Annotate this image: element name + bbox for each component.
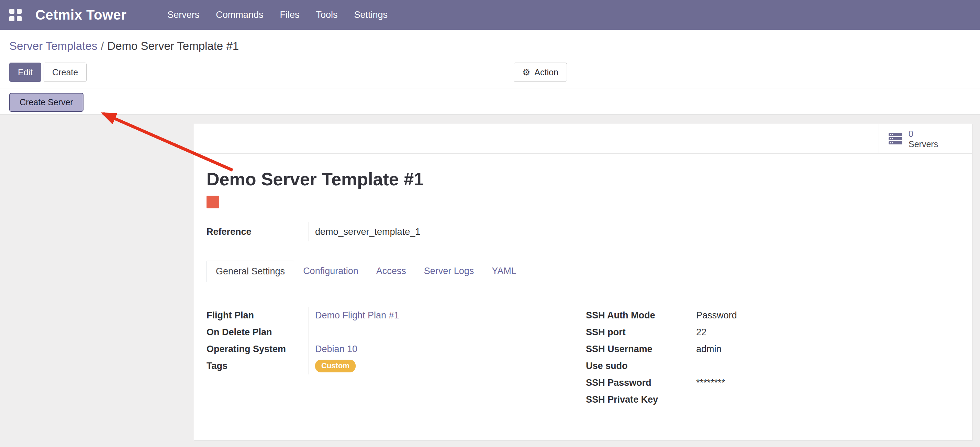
field-label: Flight Plan — [207, 307, 309, 324]
general-settings-form: Flight Plan On Delete Plan Operating Sys… — [207, 307, 972, 408]
ssh-port-value: 22 — [696, 324, 737, 341]
flight-plan-link[interactable]: Demo Flight Plan #1 — [315, 310, 399, 321]
field-label: SSH Private Key — [586, 391, 688, 408]
main-menu: Servers Commands Files Tools Settings — [159, 2, 396, 29]
app-brand[interactable]: Cetmix Tower — [35, 7, 126, 23]
action-button-label: Action — [535, 67, 558, 77]
nav-item-servers[interactable]: Servers — [159, 2, 208, 29]
field-label: SSH Username — [586, 341, 688, 358]
breadcrumb-separator: / — [101, 40, 104, 52]
tag-badge: Custom — [315, 360, 356, 372]
breadcrumb: Server Templates/Demo Server Template #1 — [0, 30, 980, 53]
field-label: Use sudo — [586, 358, 688, 374]
on-delete-plan-value — [315, 324, 586, 341]
nav-item-settings[interactable]: Settings — [346, 2, 396, 29]
create-server-button[interactable]: Create Server — [9, 93, 83, 112]
breadcrumb-parent-link[interactable]: Server Templates — [9, 40, 97, 52]
breadcrumb-current: Demo Server Template #1 — [107, 40, 239, 52]
top-navbar: Cetmix Tower Servers Commands Files Tool… — [0, 0, 980, 30]
server-stack-icon — [888, 133, 903, 145]
tab-configuration[interactable]: Configuration — [294, 261, 368, 282]
field-label: SSH Password — [586, 374, 688, 391]
control-panel: Server Templates/Demo Server Template #1… — [0, 30, 980, 115]
nav-item-tools[interactable]: Tools — [307, 2, 346, 29]
servers-count-label: Servers — [908, 139, 938, 149]
create-button[interactable]: Create — [44, 62, 87, 82]
reference-value: demo_server_template_1 — [309, 222, 420, 241]
ssh-username-value: admin — [696, 341, 737, 358]
field-group-left: Flight Plan On Delete Plan Operating Sys… — [207, 307, 586, 374]
tab-server-logs[interactable]: Server Logs — [415, 261, 483, 282]
nav-item-files[interactable]: Files — [272, 2, 307, 29]
content-area: 0 Servers Demo Server Template #1 Refere… — [0, 115, 980, 447]
page-title: Demo Server Template #1 — [207, 169, 972, 190]
tab-general-settings[interactable]: General Settings — [207, 261, 294, 282]
servers-stat-button[interactable]: 0 Servers — [879, 124, 972, 153]
nav-item-commands[interactable]: Commands — [208, 2, 272, 29]
field-group-right: SSH Auth Mode SSH port SSH Username Use … — [586, 307, 737, 408]
reference-label: Reference — [207, 222, 309, 241]
edit-button[interactable]: Edit — [9, 62, 41, 82]
notebook-tabs: General Settings Configuration Access Se… — [194, 261, 972, 282]
field-label: SSH Auth Mode — [586, 307, 688, 324]
smart-button-box: 0 Servers — [194, 124, 972, 154]
ssh-password-value: ******** — [696, 374, 737, 391]
color-swatch — [207, 196, 219, 208]
button-row: Edit Create ⚙ Action — [0, 62, 980, 82]
tab-access[interactable]: Access — [368, 261, 415, 282]
field-label: Operating System — [207, 341, 309, 358]
field-label: On Delete Plan — [207, 324, 309, 341]
field-label: Tags — [207, 358, 309, 374]
action-button[interactable]: ⚙ Action — [514, 62, 567, 82]
use-sudo-value — [696, 358, 737, 374]
field-label: SSH port — [586, 324, 688, 341]
reference-row: Reference demo_server_template_1 — [207, 222, 972, 241]
tab-yaml[interactable]: YAML — [483, 261, 525, 282]
gear-icon: ⚙ — [522, 68, 530, 77]
create-server-row: Create Server — [0, 88, 980, 115]
ssh-private-key-value — [696, 391, 737, 408]
apps-menu-icon[interactable] — [9, 9, 22, 21]
operating-system-link[interactable]: Debian 10 — [315, 344, 357, 354]
form-sheet: 0 Servers Demo Server Template #1 Refere… — [194, 124, 972, 441]
ssh-auth-mode-value: Password — [696, 307, 737, 324]
servers-count: 0 — [908, 129, 938, 139]
